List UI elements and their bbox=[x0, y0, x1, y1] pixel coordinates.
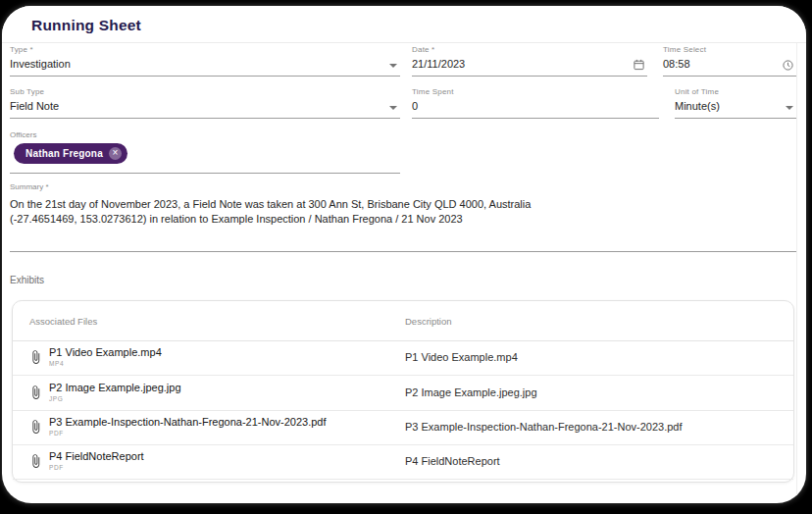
paperclip-icon bbox=[28, 453, 43, 473]
type-value: Investigation bbox=[10, 58, 384, 71]
exhibits-table-header: Associated Files Description bbox=[13, 301, 793, 341]
table-row[interactable]: P4 FieldNoteReport PDF P4 FieldNoteRepor… bbox=[13, 444, 793, 480]
chip-remove-icon[interactable]: × bbox=[109, 147, 122, 160]
clock-icon[interactable] bbox=[782, 58, 794, 76]
paperclip-icon bbox=[28, 349, 43, 369]
table-row[interactable]: P1 Video Example.mp4 MP4 P1 Video Exampl… bbox=[13, 340, 793, 376]
file-name: P1 Video Example.mp4 bbox=[49, 346, 162, 358]
file-name: P2 Image Example.jpeg.jpg bbox=[49, 382, 181, 393]
time-select-label: Time Select bbox=[663, 45, 796, 55]
officer-chip[interactable]: Nathan Fregona × bbox=[14, 143, 127, 164]
paperclip-icon bbox=[28, 419, 43, 438]
time-select-value: 08:58 bbox=[663, 58, 781, 71]
description-column-header: Description bbox=[405, 316, 452, 327]
unit-of-time-select[interactable]: Unit of Time Minute(s) bbox=[675, 87, 796, 119]
paperclip-icon bbox=[28, 385, 43, 404]
sub-type-value: Field Note bbox=[10, 100, 384, 113]
table-row[interactable]: P2 Image Example.jpeg.jpg JPG P2 Image E… bbox=[13, 376, 793, 411]
summary-underline bbox=[10, 251, 796, 252]
page-title: Running Sheet bbox=[31, 17, 141, 34]
sub-type-select[interactable]: Sub Type Field Note bbox=[10, 87, 400, 119]
time-spent-field[interactable]: Time Spent 0 bbox=[412, 87, 659, 119]
file-description: P3 Example-Inspection-Nathan-Fregona-21-… bbox=[405, 421, 683, 433]
file-type-badge: JPG bbox=[49, 395, 63, 402]
file-type-badge: PDF bbox=[49, 430, 64, 437]
file-type-badge: MP4 bbox=[49, 360, 64, 367]
officers-label: Officers bbox=[10, 130, 400, 140]
chevron-down-icon[interactable] bbox=[389, 106, 397, 110]
file-name: P3 Example-Inspection-Nathan-Fregona-21-… bbox=[49, 416, 327, 428]
exhibits-table: Associated Files Description P1 Video Ex… bbox=[12, 300, 794, 483]
table-row[interactable]: P3 Example-Inspection-Nathan-Fregona-21-… bbox=[13, 410, 793, 445]
unit-of-time-value: Minute(s) bbox=[675, 100, 781, 113]
exhibits-section-label: Exhibits bbox=[10, 275, 44, 285]
sub-type-label: Sub Type bbox=[10, 87, 400, 97]
summary-label: Summary * bbox=[10, 182, 796, 192]
officers-field[interactable]: Officers Nathan Fregona × bbox=[10, 130, 400, 174]
file-description: P1 Video Example.mp4 bbox=[405, 351, 518, 363]
date-label: Date * bbox=[412, 45, 647, 55]
time-select-field[interactable]: Time Select 08:58 bbox=[663, 45, 796, 77]
file-name: P4 FieldNoteReport bbox=[49, 450, 144, 462]
officer-chip-name: Nathan Fregona bbox=[25, 148, 103, 159]
time-spent-value: 0 bbox=[412, 100, 643, 113]
unit-of-time-label: Unit of Time bbox=[675, 87, 796, 97]
type-label: Type * bbox=[10, 45, 400, 55]
type-select[interactable]: Type * Investigation bbox=[10, 45, 400, 77]
associated-files-column-header: Associated Files bbox=[29, 316, 97, 327]
chevron-down-icon[interactable] bbox=[389, 64, 397, 68]
date-value: 21/11/2023 bbox=[412, 58, 632, 71]
summary-value: On the 21st day of November 2023, a Fiel… bbox=[10, 197, 796, 226]
date-field[interactable]: Date * 21/11/2023 bbox=[412, 45, 647, 77]
scrollbar-track[interactable] bbox=[796, 43, 797, 503]
running-sheet-panel: Running Sheet Type * Investigation Date … bbox=[2, 6, 806, 503]
time-spent-label: Time Spent bbox=[412, 87, 659, 97]
summary-field[interactable]: Summary * On the 21st day of November 20… bbox=[10, 182, 796, 226]
file-type-badge: PDF bbox=[49, 464, 64, 471]
chevron-down-icon[interactable] bbox=[786, 106, 793, 110]
panel-header: Running Sheet bbox=[2, 6, 806, 43]
file-description: P2 Image Example.jpeg.jpg bbox=[405, 386, 537, 398]
file-description: P4 FieldNoteReport bbox=[405, 455, 500, 467]
calendar-icon[interactable] bbox=[633, 58, 645, 76]
